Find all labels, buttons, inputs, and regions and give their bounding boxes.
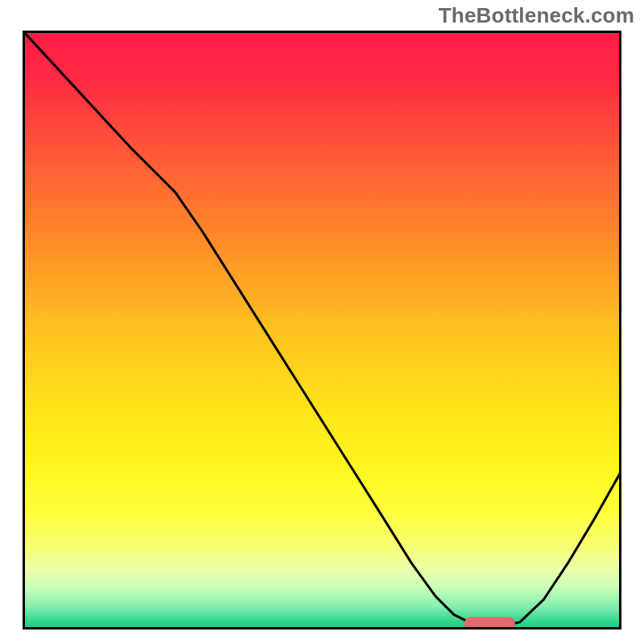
gradient-background <box>23 31 621 630</box>
chart-frame: TheBottleneck.com <box>0 0 644 644</box>
plot-svg <box>23 31 621 630</box>
watermark-text: TheBottleneck.com <box>439 3 634 28</box>
plot-area <box>23 31 621 630</box>
